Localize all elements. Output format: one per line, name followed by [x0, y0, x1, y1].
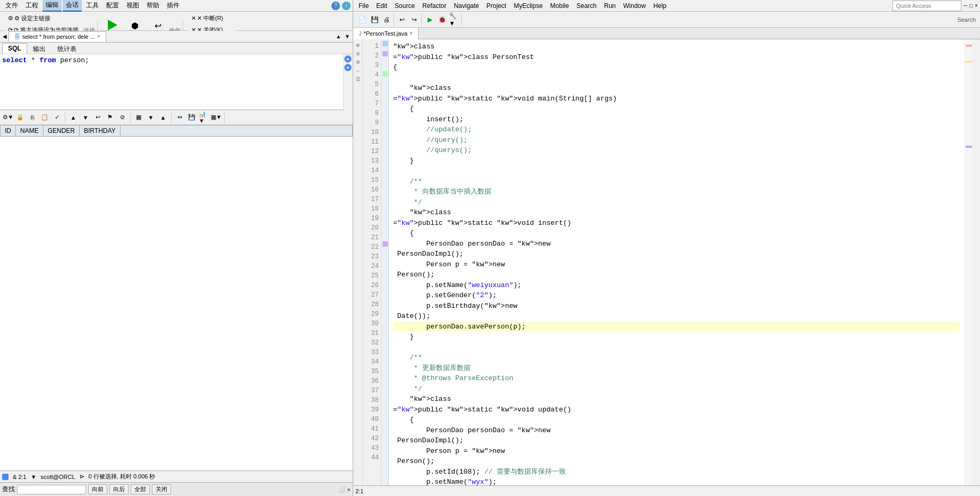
menu-session[interactable]: 会话	[63, 0, 82, 12]
result-settings-btn[interactable]: ⚙▼	[2, 112, 14, 123]
sql-input[interactable]: select * from person;	[0, 54, 353, 110]
sql-btn-1[interactable]: ●	[344, 55, 352, 63]
menu-help[interactable]: 帮助	[143, 0, 163, 11]
eclipse-menu-search[interactable]: Search	[573, 1, 600, 11]
panel-close-icon[interactable]: ×	[347, 486, 351, 493]
status-position: & 2:1	[13, 474, 27, 480]
search-close-btn[interactable]: 关闭	[152, 484, 171, 494]
result-save-btn[interactable]: 💾	[186, 112, 198, 123]
left-toolbar: ⚙ ⚙ 设定主链接 ⟳ ⟳ 将主连接设为当前连接 ✏ ✏ 更改口令... 连接	[0, 12, 353, 31]
code-line: "kw">class	[393, 83, 960, 94]
result-copy-btn[interactable]: ⎘	[27, 112, 38, 123]
eclipse-min-icon[interactable]: ─	[964, 3, 967, 9]
tb-undo-btn[interactable]: ↩	[396, 14, 408, 26]
eclipse-menu-myeclipse[interactable]: MyEclipse	[510, 1, 546, 11]
eclipse-close-icon[interactable]: ×	[975, 3, 978, 9]
tb-print-btn[interactable]: 🖨	[381, 14, 393, 26]
stop-btn[interactable]: ✕ ✕ 中断(R)	[188, 13, 237, 24]
result-chart-btn[interactable]: ▲	[157, 112, 169, 123]
menu-project[interactable]: 工程	[22, 0, 41, 11]
code-content[interactable]: "kw">class="kw">public "kw">class Person…	[389, 39, 964, 485]
eclipse-menu-source[interactable]: Source	[391, 1, 418, 11]
search-text-label: Search	[957, 16, 976, 23]
result-move-up-btn[interactable]: ▲	[67, 112, 79, 123]
tb-ext-tools-btn[interactable]: 🔧▼	[448, 14, 460, 26]
eclipse-menu-bar: File Edit Source Refactor Navigate Proje…	[353, 0, 980, 12]
sidebar-icon-5[interactable]: ☰	[354, 75, 362, 83]
eclipse-menu-window[interactable]: Window	[620, 1, 649, 11]
quick-access-input[interactable]	[892, 1, 961, 11]
result-move-down-btn[interactable]: ▼	[80, 112, 91, 123]
result-paste-btn[interactable]: 📋	[39, 112, 50, 123]
col-empty	[120, 125, 352, 137]
menu-tools[interactable]: 工具	[83, 0, 102, 11]
eclipse-menu-project[interactable]: Project	[483, 1, 509, 11]
tb-save-btn[interactable]: 💾	[369, 14, 380, 26]
search-input[interactable]	[17, 485, 86, 494]
panel-icon[interactable]: ⬜	[338, 486, 345, 493]
svg-marker-0	[108, 20, 117, 30]
editor-tab-close[interactable]: ×	[410, 30, 413, 36]
tab-scroll-left[interactable]: ◀	[1, 33, 8, 39]
menu-config[interactable]: 配置	[103, 0, 122, 11]
code-line: p.setId(108); // 需要与数据库保持一致	[393, 467, 960, 477]
code-line: {	[393, 62, 960, 73]
search-backward-btn[interactable]: 向后	[109, 484, 129, 494]
left-panel: 文件 工程 编辑 会话 工具 配置 视图 帮助 插件 ? i ⚙ ⚙ 设定主链接…	[0, 0, 353, 496]
result-table2-btn[interactable]: ▦▼	[210, 112, 222, 123]
tb-new-btn[interactable]: 📄	[356, 14, 368, 26]
result-lock-btn[interactable]: 🔒	[14, 112, 26, 123]
menu-view[interactable]: 视图	[123, 0, 142, 11]
sql-tab[interactable]: 🗄 select * from person; dele ... ×	[8, 31, 106, 42]
result-grid2-btn[interactable]: ▼	[145, 112, 157, 123]
result-undo-btn[interactable]: ↩	[92, 112, 104, 123]
tb-redo-btn[interactable]: ↪	[408, 14, 420, 26]
help-icon[interactable]: ?	[331, 2, 340, 10]
tab-close-icon[interactable]: ×	[97, 33, 100, 39]
result-grid-btn[interactable]: ▦	[133, 112, 144, 123]
eclipse-menu-navigate[interactable]: Navigate	[450, 1, 482, 11]
result-link-btn[interactable]: ⇔	[174, 112, 185, 123]
tb-debug-btn[interactable]: 🐞	[436, 14, 448, 26]
info-icon[interactable]: i	[342, 2, 351, 10]
menu-file[interactable]: 文件	[2, 0, 21, 11]
eclipse-menu-run[interactable]: Run	[601, 1, 619, 11]
sql-side-buttons: ● ●	[343, 54, 353, 110]
sidebar-icon-4[interactable]: ↔	[354, 67, 362, 74]
result-check-btn[interactable]: ✓	[51, 112, 63, 123]
search-forward-btn[interactable]: 向前	[88, 484, 107, 494]
menu-edit[interactable]: 编辑	[42, 0, 62, 12]
code-line	[393, 166, 960, 176]
sidebar-icon-2[interactable]: ⊘	[354, 50, 362, 57]
result-chart2-btn[interactable]: 📊▼	[198, 112, 210, 123]
code-line: }	[393, 156, 960, 166]
scroll-down-btn[interactable]: ▼	[343, 33, 352, 39]
sidebar-icon-1[interactable]: ⊕	[354, 41, 362, 49]
status-indicator	[2, 474, 8, 480]
scroll-up-btn[interactable]: ▲	[334, 33, 343, 39]
result-redo-btn[interactable]: ⚑	[104, 112, 116, 123]
sql-btn-2[interactable]: ●	[344, 64, 352, 71]
eclipse-status-pos: 2:1	[355, 488, 363, 494]
search-label: 查找	[2, 485, 15, 494]
search-all-btn[interactable]: 全部	[131, 484, 150, 494]
eclipse-menu-mobile[interactable]: Mobile	[547, 1, 572, 11]
sub-tab-stats[interactable]: 统计表	[52, 43, 82, 54]
eclipse-max-icon[interactable]: □	[969, 3, 973, 9]
sub-tab-output[interactable]: 输出	[27, 43, 52, 54]
sub-tab-sql[interactable]: SQL	[2, 43, 27, 54]
java-file-tab[interactable]: J *PersonTest.java ×	[353, 28, 419, 39]
eclipse-menu-help[interactable]: Help	[650, 1, 670, 11]
eclipse-menu-edit[interactable]: Edit	[373, 1, 390, 11]
result-filter-btn[interactable]: ⊘	[116, 112, 128, 123]
col-id: ID	[1, 125, 16, 137]
sidebar-icon-3[interactable]: ⚙	[354, 58, 362, 66]
code-line: */	[393, 197, 960, 208]
stop-icon: ✕	[191, 15, 196, 22]
set-main-connection-btn[interactable]: ⚙ ⚙ 设定主链接	[4, 13, 82, 24]
tb-run-btn[interactable]: ▶	[424, 14, 436, 26]
menu-plugin[interactable]: 插件	[164, 0, 183, 11]
code-line: {	[393, 415, 960, 425]
eclipse-menu-file[interactable]: File	[355, 1, 372, 11]
eclipse-menu-refactor[interactable]: Refactor	[419, 1, 449, 11]
